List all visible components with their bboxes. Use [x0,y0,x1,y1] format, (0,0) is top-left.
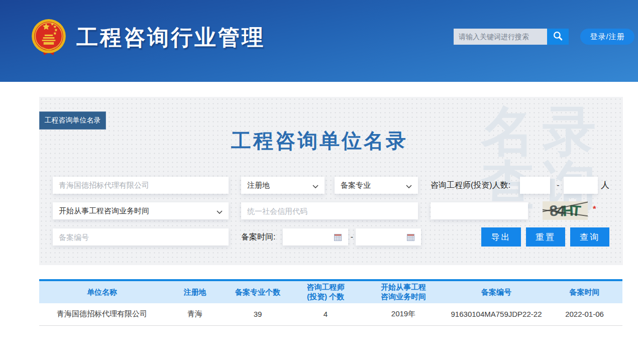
filing-time-label: 备案时间: [241,228,275,246]
cell-engineer-count: 4 [290,303,361,325]
table-row[interactable]: 青海国德招标代理有限公司 青海 39 4 2019年 91630104MA759… [39,303,622,325]
chevron-down-icon [217,207,223,215]
chevron-down-icon [312,181,318,190]
column-header-business-start: 开始从事工程 咨询业务时间 [361,281,446,303]
filing-time-end-input[interactable] [356,228,421,246]
cell-unit-name: 青海国德招标代理有限公司 [39,303,165,325]
reset-button[interactable]: 重置 [526,227,565,247]
required-asterisk: * [593,204,596,214]
column-header-unit-name: 单位名称 [39,281,165,303]
filing-specialty-select[interactable]: 备案专业 [335,177,418,194]
site-title: 工程咨询行业管理 [76,23,265,52]
column-header-engineer-count: 咨询工程师 (投资) 个数 [290,281,361,303]
engineer-count-label: 咨询工程师(投资)人数: [431,177,510,194]
chevron-down-icon [406,181,412,190]
captcha-image[interactable]: 8 4 H T [543,201,588,220]
registered-place-selected-value: 注册地 [247,181,270,190]
column-header-specialty-count: 备案专业个数 [225,281,290,303]
engineer-count-max-input[interactable] [564,177,598,194]
results-table: 单位名称 注册地 备案专业个数 咨询工程师 (投资) 个数 开始从事工程 咨询业… [39,279,622,326]
cell-registered-place: 青海 [165,303,225,325]
cell-filing-time: 2022-01-06 [547,303,622,325]
cell-business-start: 2019年 [361,303,446,325]
registered-place-select[interactable]: 注册地 [241,177,325,194]
filing-number-input[interactable] [53,228,229,246]
search-icon [553,31,563,43]
business-start-time-select[interactable]: 开始从事工程咨询业务时间 [53,202,229,219]
column-header-filing-number: 备案编号 [446,281,547,303]
range-separator: - [348,228,356,246]
query-form: 注册地 备案专业 咨询工程师(投资)人数: - 人 开始从事工程咨询业务时间 [39,97,623,265]
tab-consulting-unit-directory[interactable]: 工程咨询单位名录 [39,111,106,130]
filing-time-start-input[interactable] [283,228,348,246]
cell-specialty-count: 39 [225,303,290,325]
person-unit-label: 人 [601,177,609,194]
table-header-row: 单位名称 注册地 备案专业个数 咨询工程师 (投资) 个数 开始从事工程 咨询业… [39,281,622,303]
national-emblem-logo [29,17,68,57]
export-button[interactable]: 导出 [481,227,521,247]
login-register-button[interactable]: 登录/注册 [580,29,634,45]
company-name-input[interactable] [53,177,229,194]
query-button[interactable]: 查询 [570,227,609,247]
column-header-registered-place: 注册地 [165,281,225,303]
header-search-button[interactable] [547,29,569,45]
site-header: 工程咨询行业管理 登录/注册 [0,0,638,82]
column-header-filing-time: 备案时间 [547,281,622,303]
business-start-time-selected-value: 开始从事工程咨询业务时间 [59,206,149,216]
range-separator: - [554,177,563,194]
directory-query-panel: 名录 查询 工程咨询单位名录 工程咨询单位名录 注册地 备案专业 咨询工程师(投… [39,97,623,265]
engineer-count-min-input[interactable] [520,177,550,194]
captcha-input[interactable] [431,202,528,219]
page: 工程咨询行业管理 登录/注册 名录 查询 工程咨询单位名录 工程咨询单位名录 注… [0,0,638,364]
header-search-input[interactable] [454,29,547,45]
cell-filing-number: 91630104MA759JDP22-22 [446,303,547,325]
filing-specialty-selected-value: 备案专业 [341,181,371,190]
credit-code-input[interactable] [241,202,418,219]
